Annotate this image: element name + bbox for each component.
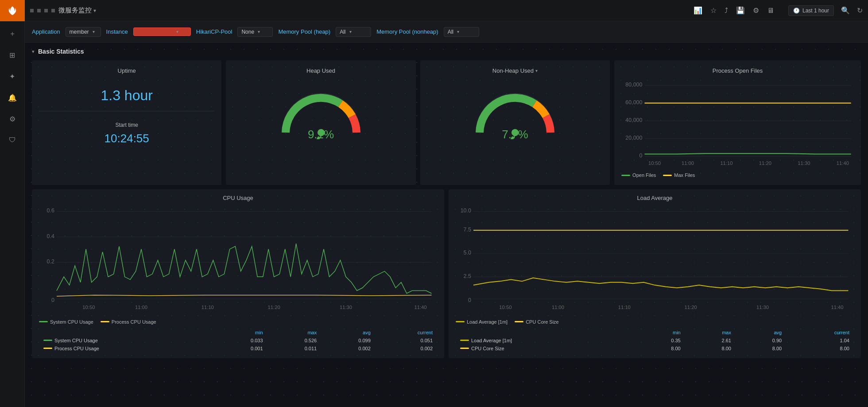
load-title: Load Average — [456, 195, 854, 201]
instance-label[interactable]: Instance — [106, 28, 128, 35]
add-panel-icon[interactable]: 📊 — [694, 6, 702, 15]
svg-text:11:00: 11:00 — [682, 160, 694, 166]
app-logo[interactable] — [0, 0, 25, 21]
heap-gauge: 9.1% — [233, 79, 408, 146]
cpu-core-avg: 8.00 — [736, 345, 785, 352]
title-dropdown-arrow[interactable]: ▾ — [93, 8, 96, 14]
svg-text:11:10: 11:10 — [202, 305, 214, 310]
nonheap-dropdown-arrow[interactable]: ▾ — [535, 68, 538, 73]
sidebar-item-explore[interactable]: ✦ — [4, 67, 21, 85]
share-icon[interactable]: ⤴ — [725, 7, 728, 15]
cpu-system-avg: 0.099 — [321, 337, 374, 344]
load-row-core: CPU Core Size 8.00 8.00 8.00 8.00 — [457, 345, 853, 352]
svg-text:80,000: 80,000 — [625, 82, 642, 88]
nonheap-card: Non-Heap Used ▾ 7.7 — [420, 60, 610, 185]
sidebar-item-security[interactable]: 🛡 — [4, 131, 21, 149]
settings-icon[interactable]: ⚙ — [753, 6, 759, 15]
sidebar-item-alerts[interactable]: 🔔 — [4, 89, 21, 106]
svg-text:2.5: 2.5 — [464, 273, 471, 279]
hikaricp-select[interactable]: None ▾ — [237, 27, 273, 37]
cpu-system-label: System CPU Usage — [40, 337, 213, 344]
svg-text:11:30: 11:30 — [340, 305, 352, 310]
cpu-system-current: 0.051 — [375, 337, 436, 344]
svg-text:5.0: 5.0 — [464, 250, 471, 256]
memory-heap-value: All — [340, 29, 345, 35]
cpu-col-min: min — [213, 329, 267, 336]
svg-text:60,000: 60,000 — [625, 99, 642, 106]
topbar-action-icons: 📊 ☆ ⤴ 💾 ⚙ 🖥 — [694, 6, 774, 15]
stats-row: Uptime 1.3 hour Start time 10:24:55 Heap… — [32, 60, 861, 185]
app-title-area: 微服务监控 ▾ — [58, 6, 96, 15]
cpu-core-color — [515, 321, 523, 322]
application-value: member — [70, 29, 89, 35]
cpu-process-avg: 0.002 — [321, 345, 374, 352]
svg-text:11:00: 11:00 — [552, 305, 564, 310]
load-stats-table: min max avg current Load Average [1m] — [456, 328, 854, 353]
cpu-row-system: System CPU Usage 0.033 0.526 0.099 0.051 — [40, 337, 436, 344]
legend-cpu-core: CPU Core Size — [515, 319, 559, 325]
instance-select[interactable]: ▾ — [133, 27, 191, 36]
sidebar-item-dashboard[interactable]: ⊞ — [4, 46, 21, 64]
cpu-core-label: CPU Core Size — [526, 319, 559, 325]
svg-text:11:30: 11:30 — [798, 160, 810, 166]
search-icon[interactable]: 🔍 — [841, 6, 850, 15]
cpu-core-min: 8.00 — [634, 345, 684, 352]
process-cpu-color — [101, 321, 109, 322]
section-header: ▾ Basic Statistics — [32, 48, 861, 55]
start-time-value: 10:24:55 — [39, 132, 214, 145]
topbar: 微服务监控 ▾ 📊 ☆ ⤴ 💾 ⚙ 🖥 🕐 Last 1 hour 🔍 ↻ — [25, 0, 868, 21]
memory-nonheap-label[interactable]: Memory Pool (nonheap) — [376, 28, 438, 35]
heap-title: Heap Used — [233, 67, 408, 74]
sidebar-item-add[interactable]: ＋ — [4, 25, 21, 43]
topbar-right: 📊 ☆ ⤴ 💾 ⚙ 🖥 🕐 Last 1 hour 🔍 ↻ — [694, 5, 863, 16]
uptime-value: 1.3 hour — [39, 87, 214, 104]
cpu-process-max: 0.011 — [267, 345, 321, 352]
load-col-max: max — [685, 329, 735, 336]
start-time-label: Start time — [39, 122, 214, 128]
application-label[interactable]: Application — [32, 28, 60, 35]
process-files-chart: 80,000 60,000 40,000 20,000 0 — [621, 78, 854, 169]
bell-icon: 🔔 — [8, 94, 17, 102]
cpu-process-label: Process CPU Usage — [40, 345, 213, 352]
load-average-card: Load Average 10.0 7.5 5.0 2.5 0 — [449, 189, 861, 358]
process-files-card: Process Open Files 80,000 60,000 40,000 … — [614, 60, 861, 185]
svg-text:10:50: 10:50 — [648, 160, 661, 166]
legend-open-files: Open Files — [621, 172, 656, 178]
load-avg-max: 2.61 — [685, 337, 735, 344]
hikaricp-label[interactable]: HikariCP-Pool — [196, 28, 232, 35]
refresh-icon[interactable]: ↻ — [857, 6, 863, 15]
load-col-label — [457, 329, 633, 336]
svg-text:0: 0 — [51, 297, 54, 303]
application-select[interactable]: member ▾ — [66, 27, 101, 37]
memory-nonheap-select[interactable]: All ▾ — [444, 27, 479, 37]
star-icon[interactable]: ☆ — [710, 6, 717, 15]
load-avg-min: 0.35 — [634, 337, 684, 344]
cpu-system-max: 0.526 — [267, 337, 321, 344]
cpu-row-process: Process CPU Usage 0.001 0.011 0.002 0.00… — [40, 345, 436, 352]
svg-text:11:20: 11:20 — [685, 305, 697, 310]
save-icon[interactable]: 💾 — [736, 6, 745, 15]
cpu-title: CPU Usage — [39, 195, 437, 201]
svg-text:11:20: 11:20 — [268, 305, 280, 310]
load-col-avg: avg — [736, 329, 785, 336]
monitor-icon[interactable]: 🖥 — [767, 7, 774, 15]
memory-heap-label[interactable]: Memory Pool (heap) — [278, 28, 330, 35]
memory-heap-select[interactable]: All ▾ — [336, 27, 371, 37]
cpu-core-current: 8.00 — [786, 345, 853, 352]
cpu-col-avg: avg — [321, 329, 374, 336]
cpu-col-current: current — [375, 329, 436, 336]
svg-text:11:00: 11:00 — [135, 305, 147, 310]
heap-card: Heap Used — [226, 60, 415, 185]
open-files-color — [621, 175, 630, 176]
cpu-system-min: 0.033 — [213, 337, 267, 344]
uptime-card: Uptime 1.3 hour Start time 10:24:55 — [32, 60, 221, 185]
cpu-usage-card: CPU Usage 0.6 0.4 0.2 0 — [32, 189, 444, 358]
cpu-stats-table: min max avg current System CPU Usage — [39, 328, 437, 353]
memory-heap-arrow: ▾ — [349, 29, 352, 34]
sidebar-item-settings[interactable]: ⚙ — [4, 110, 21, 128]
section-collapse-arrow[interactable]: ▾ — [32, 49, 35, 55]
load-avg-color — [456, 321, 465, 322]
time-range-selector[interactable]: 🕐 Last 1 hour — [788, 5, 834, 16]
process-files-title: Process Open Files — [621, 67, 854, 74]
load-avg-current: 1.04 — [786, 337, 853, 344]
